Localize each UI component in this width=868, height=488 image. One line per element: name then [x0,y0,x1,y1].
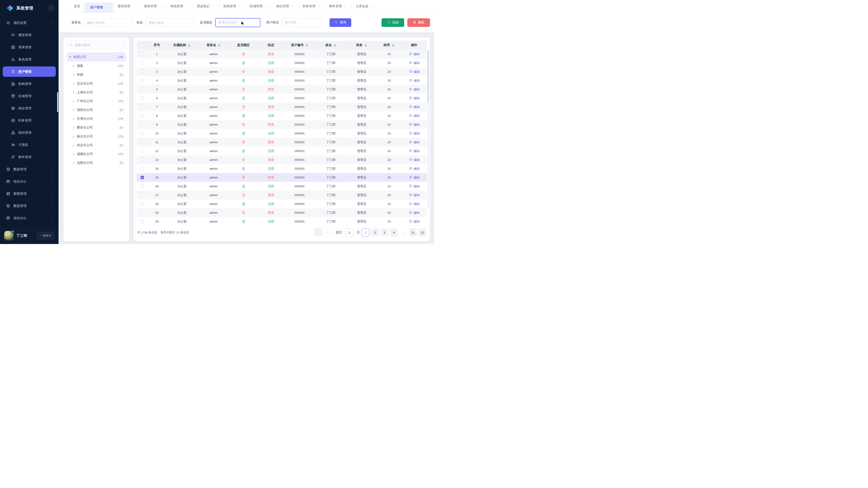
prev-page-button[interactable] [314,228,322,236]
tree-node[interactable]: 上海分公司 (8) [67,88,126,97]
column-header[interactable]: 序号 [148,43,166,48]
table-row[interactable]: 19 办公室 admin 否 禁用 000001 丁三郎 管理员 10 [137,208,427,217]
tree-node[interactable]: 广州分公司 (29) [67,97,126,105]
sort-icon[interactable] [364,43,367,47]
sort-icon[interactable] [305,43,308,47]
table-row[interactable]: 4 办公室 admin 是 启用 000001 丁三郎 管理员 10 [137,76,427,85]
table-row[interactable]: 7 办公室 admin 否 禁用 000001 丁三郎 管理员 10 [137,103,427,111]
edit-button[interactable]: 编辑 [409,131,420,135]
sidebar-item[interactable]: 角色管理 [0,53,59,66]
tab[interactable]: 用品登记 [192,0,219,12]
row-checkbox[interactable] [141,70,144,73]
table-row[interactable]: 11 办公室 admin 否 禁用 000001 丁三郎 管理员 10 [137,138,427,147]
tab[interactable]: 岗位管理 [272,0,298,12]
sidebar-item[interactable]: 机构管理 [0,78,59,90]
select-all-checkbox[interactable] [141,43,144,47]
row-checkbox[interactable] [141,176,144,179]
tree-node[interactable]: 南京分公司 (29) [67,132,126,141]
tab[interactable]: 缓存管理 [113,0,140,12]
edit-button[interactable]: 编辑 [409,211,420,215]
edit-button[interactable]: 编辑 [409,167,420,171]
sidebar-item[interactable]: 综合办公 [0,212,59,224]
row-checkbox[interactable] [141,202,144,205]
tab[interactable]: 机构管理 [219,0,245,12]
page-number-button[interactable]: … [400,228,407,236]
page-number-button[interactable]: 4 [390,228,398,236]
table-row[interactable]: 10 办公室 admin 是 启用 000001 丁三郎 管理员 10 [137,129,427,138]
tab[interactable]: 入库信息 [351,0,377,12]
login-input[interactable] [84,18,132,27]
row-checkbox[interactable] [141,167,144,170]
table-row[interactable]: 13 办公室 admin 否 禁用 000001 丁三郎 管理员 10 [137,156,427,164]
sidebar-item[interactable]: 区域管理 [0,90,59,102]
sidebar-item[interactable]: 数据管理 [0,163,59,175]
tab[interactable]: 角色管理 [166,0,192,12]
sidebar-item[interactable]: 综合办公 [0,175,59,188]
edit-button[interactable]: 编辑 [409,70,420,74]
tab-close-icon[interactable] [212,5,214,7]
tab-close-icon[interactable] [238,5,241,7]
user-unit-badge[interactable]: 一级单位 [37,232,55,239]
tree-node[interactable]: 成都分公司 (29) [67,150,126,158]
tab[interactable]: 附件管理 [324,0,351,12]
tab-close-icon[interactable] [105,6,107,9]
table-row[interactable]: 17 办公室 admin 否 禁用 000001 丁三郎 管理员 10 [137,191,427,199]
next-page-button[interactable] [324,228,331,236]
row-checkbox[interactable] [141,158,144,162]
row-checkbox[interactable] [141,53,144,56]
sidebar-item[interactable]: 新闻管理 [0,188,59,200]
tab-close-icon[interactable] [159,5,161,7]
column-header[interactable]: 用户编号 [284,43,315,48]
sidebar-collapse-button[interactable] [48,5,55,11]
column-header[interactable]: 登录名 [198,43,229,48]
edit-button[interactable]: 编辑 [409,61,420,65]
add-button[interactable]: 添加 [381,18,404,27]
tab[interactable]: 职务管理 [298,0,324,12]
edit-button[interactable]: 编辑 [409,158,420,162]
edit-button[interactable]: 编辑 [409,175,420,180]
column-header[interactable]: 职务 [347,43,376,48]
sort-icon[interactable] [217,43,220,47]
table-row[interactable]: 1 办公室 admin 否 禁用 000001 丁三郎 管理员 10 [137,50,427,59]
sidebar-item[interactable]: 数据管理 [0,200,59,212]
row-checkbox[interactable] [141,193,144,197]
row-checkbox[interactable] [141,185,144,188]
sidebar-item[interactable]: 子系统 [0,139,59,151]
sidebar-item[interactable]: 缓存管理 [0,29,59,41]
tree-node[interactable]: 游客 (29) [67,61,126,70]
column-header[interactable]: 姓名 [315,43,347,48]
page-number-button[interactable]: 3 [381,228,388,236]
table-row[interactable]: 6 办公室 admin 是 启用 000001 丁三郎 管理员 10 [137,94,427,103]
edit-button[interactable]: 编辑 [409,184,420,188]
status-select[interactable]: 用户状态 [282,18,324,27]
row-checkbox[interactable] [141,140,144,144]
sort-icon[interactable] [187,43,190,47]
table-row[interactable]: 3 办公室 admin 否 禁用 000001 丁三郎 管理员 10 [137,67,427,76]
row-checkbox[interactable] [141,96,144,100]
edit-button[interactable]: 编辑 [409,193,420,197]
column-header[interactable]: 排序 [376,43,402,48]
tree-node[interactable]: 天津分公司 (29) [67,114,126,123]
row-checkbox[interactable] [141,88,144,91]
table-row[interactable]: 15 办公室 admin 否 禁用 000001 丁三郎 管理员 10 [137,173,427,182]
row-checkbox[interactable] [141,132,144,135]
delete-button[interactable]: 删除 [407,18,430,27]
tab-close-icon[interactable] [318,5,320,7]
sidebar-item[interactable]: 系统设置 [0,17,59,29]
row-checkbox[interactable] [141,211,144,215]
sidebar-item[interactable]: 职务管理 [0,114,59,127]
column-header[interactable]: 是否锁定 [229,43,258,48]
tree-node[interactable]: 北京分公司 (29) [67,79,126,88]
table-row[interactable]: 5 办公室 admin 否 禁用 000001 丁三郎 管理员 10 [137,85,427,94]
tab[interactable]: 菜单管理 [140,0,166,12]
column-header[interactable]: 操作 [402,43,427,48]
edit-button[interactable]: 编辑 [409,114,420,118]
tab-close-icon[interactable] [291,5,293,7]
sidebar-scrollbar[interactable] [57,92,58,112]
table-row[interactable]: 9 办公室 admin 否 禁用 000001 丁三郎 管理员 10 [137,120,427,129]
tree-node[interactable]: 沈阳分公司 (8) [67,158,126,167]
table-row[interactable]: 18 办公室 admin 是 启用 000001 丁三郎 管理员 10 [137,199,427,208]
tree-node-root[interactable]: 集团公司 (79) [67,53,126,61]
table-row[interactable]: 14 办公室 admin 是 启用 000001 丁三郎 管理员 10 [137,164,427,173]
row-checkbox[interactable] [141,114,144,118]
